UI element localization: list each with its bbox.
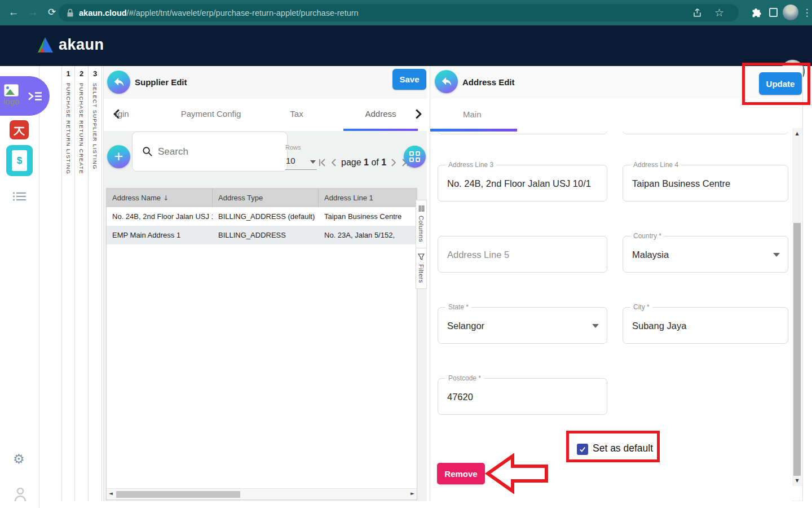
browser-menu-dots-icon[interactable]: ⋮: [801, 7, 812, 19]
back-button[interactable]: [435, 70, 458, 93]
field-value: No. 24B, 2nd Floor Jalan USJ 10/1B, Jala: [447, 178, 591, 189]
supplier-edit-header: Supplier Edit Save: [104, 66, 427, 99]
annotation-rect-update: [742, 63, 810, 105]
field-label: Postcode *: [445, 374, 484, 382]
scroll-right-icon[interactable]: ►: [411, 491, 414, 496]
annotation-arrow-left: [485, 453, 549, 494]
step-number: 2: [75, 69, 88, 78]
header-address-type[interactable]: Address Type: [213, 189, 319, 207]
address-line-5-field[interactable]: Address Line 5: [438, 236, 607, 273]
add-address-button[interactable]: +: [107, 145, 130, 168]
supplier-tab-bar: Login Payment Config Tax Address: [104, 99, 427, 131]
panel-title: Supplier Edit: [135, 66, 187, 99]
columns-icon: [418, 205, 425, 212]
tab-payment-config[interactable]: Payment Config: [171, 99, 250, 129]
tab-login[interactable]: Login: [115, 99, 143, 129]
url-bar[interactable]: akaun.cloud/#/applet/tnt/wavelet/erp/pur…: [59, 4, 739, 21]
cell-address-line-1: Taipan Business Centre: [319, 212, 417, 221]
field-value: Subang Jaya: [632, 320, 772, 331]
akaun-logo-icon: [36, 37, 54, 54]
scroll-up-icon[interactable]: ▲: [792, 131, 802, 136]
columns-label: Columns: [418, 216, 425, 242]
header-address-line-1[interactable]: Address Line 1: [319, 189, 417, 207]
city-field[interactable]: City * Subang Jaya: [623, 307, 788, 344]
header-address-name[interactable]: Address Name ↓: [107, 189, 213, 207]
address-line-4-field[interactable]: Address Line 4 Taipan Business Centre: [623, 165, 788, 202]
step-select-supplier-listing[interactable]: 3 SELECT SUPPLIER LISTING: [89, 66, 102, 501]
prev-page-icon[interactable]: [330, 159, 337, 167]
dropdown-caret-icon[interactable]: [773, 253, 780, 257]
scroll-left-icon[interactable]: ◄: [109, 491, 113, 496]
save-button[interactable]: Save: [392, 69, 426, 90]
rows-caret-icon[interactable]: [310, 160, 316, 164]
collapse-menu-icon[interactable]: [28, 91, 43, 102]
state-select[interactable]: State * Selangor: [438, 307, 607, 344]
table-row[interactable]: EMP Main Address 1 BILLING_ADDRESS No. 2…: [107, 226, 417, 244]
filters-tab[interactable]: Filters: [416, 248, 427, 289]
search-input[interactable]: [158, 146, 265, 157]
table-row[interactable]: No. 24B, 2nd Floor Jalan USJ 10... BILLI…: [107, 207, 417, 226]
back-button[interactable]: [107, 71, 130, 94]
field-label: State *: [445, 303, 471, 311]
address-search-box[interactable]: [132, 132, 288, 172]
supplier-panel-body: + Rows 10 page 1 of 1: [104, 131, 427, 501]
rows-label: Rows: [285, 144, 301, 151]
browser-back-icon[interactable]: ←: [7, 6, 20, 19]
tabs-scroll-right-icon[interactable]: [413, 108, 423, 120]
postcode-field[interactable]: Postcode * 47620: [438, 378, 607, 415]
first-page-icon[interactable]: [319, 159, 326, 167]
remove-button[interactable]: Remove: [437, 463, 485, 484]
step-number: 1: [62, 69, 74, 78]
search-icon: [142, 146, 153, 157]
bookmark-star-icon[interactable]: ☆: [714, 6, 724, 19]
grid-view-button[interactable]: [404, 146, 426, 168]
sort-desc-icon[interactable]: ↓: [163, 194, 169, 202]
address-line-3-field[interactable]: Address Line 3 No. 24B, 2nd Floor Jalan …: [438, 165, 607, 202]
rows-per-page-select[interactable]: 10: [286, 156, 295, 165]
share-icon[interactable]: [691, 7, 703, 19]
browser-toolbar: ← → ⟳ akaun.cloud/#/applet/tnt/wavelet/e…: [0, 0, 812, 25]
tab-main[interactable]: Main: [463, 99, 482, 130]
step-purchase-return-listing[interactable]: 1 PURCHASE RETURN LISTING: [61, 66, 75, 501]
supplier-edit-panel: Supplier Edit Save Login Payment Config …: [103, 66, 427, 501]
tab-address[interactable]: Address: [347, 99, 414, 129]
scrollbar-thumb[interactable]: [793, 223, 801, 476]
dropdown-caret-icon[interactable]: [592, 324, 599, 328]
field-value: Taipan Business Centre: [632, 178, 772, 189]
browser-forward-icon[interactable]: →: [26, 6, 39, 19]
tab-tax[interactable]: Tax: [280, 99, 314, 129]
workflow-steps: 1 PURCHASE RETURN LISTING 2 PURCHASE RET…: [61, 66, 102, 501]
address-table: Address Name ↓ Address Type Address Line…: [106, 188, 417, 500]
step-label: PURCHASE RETURN LISTING: [65, 83, 72, 174]
field-label: City *: [630, 303, 652, 311]
annotation-rect-set-as-default: [566, 431, 660, 462]
settings-gear-icon[interactable]: ⚙: [13, 452, 25, 466]
browser-sidepanel-icon[interactable]: [769, 8, 778, 17]
lock-icon: [67, 8, 74, 17]
extensions-puzzle-icon[interactable]: [750, 6, 762, 19]
step-label: SELECT SUPPLIER LISTING: [92, 83, 98, 170]
url-text: akaun.cloud/#/applet/tnt/wavelet/erp/pur…: [79, 8, 359, 17]
brand: akaun: [36, 36, 104, 54]
browser-reload-icon[interactable]: ⟳: [45, 6, 59, 19]
filters-label: Filters: [418, 264, 425, 283]
horizontal-scrollbar[interactable]: ◄ ►: [107, 488, 417, 500]
list-menu-icon[interactable]: [12, 191, 27, 202]
scrollbar-thumb[interactable]: [116, 491, 240, 498]
cell-address-line-1: No. 23A, Jalan 5/152,: [319, 231, 417, 239]
step-purchase-return-create[interactable]: 2 PURCHASE RETURN CREATE: [75, 66, 89, 501]
app-icon-da[interactable]: [10, 120, 29, 139]
profile-person-icon[interactable]: [14, 487, 27, 502]
scroll-down-icon[interactable]: ▼: [792, 478, 802, 483]
next-page-icon[interactable]: [390, 159, 397, 167]
country-select[interactable]: Country * Malaysia: [623, 236, 788, 273]
brand-name: akaun: [59, 36, 104, 54]
app-sidebar: logo $ ⚙: [0, 66, 39, 508]
app-icon-billing[interactable]: $: [6, 145, 33, 176]
field-value: 47620: [447, 391, 591, 402]
tenant-logo-pill[interactable]: logo: [0, 76, 50, 116]
cell-address-name: EMP Main Address 1: [107, 231, 213, 239]
columns-tab[interactable]: Columns: [416, 200, 427, 248]
vertical-scrollbar[interactable]: ▲ ▼: [792, 128, 802, 486]
browser-profile-avatar[interactable]: [783, 5, 798, 20]
